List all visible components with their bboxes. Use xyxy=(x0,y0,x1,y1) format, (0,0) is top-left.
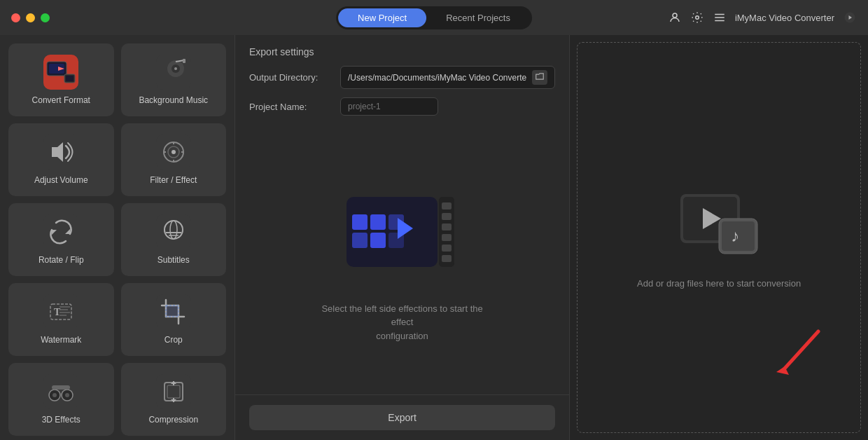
app-icon xyxy=(843,11,857,25)
select-effect-text: Select the left side effections to start… xyxy=(312,302,493,343)
browse-folder-button[interactable] xyxy=(532,70,547,85)
svg-line-95 xyxy=(783,331,818,370)
sidebar-item-filter-effect-label: Filter / Effect xyxy=(150,175,197,185)
svg-rect-83 xyxy=(442,202,451,209)
svg-text:♪: ♪ xyxy=(731,226,739,245)
output-directory-value-box: /Users/mac/Documents/iMyMac Video Conver… xyxy=(340,66,555,89)
arrow-indicator xyxy=(769,324,825,383)
export-settings: Export settings Output Directory: /Users… xyxy=(235,35,569,124)
export-settings-title: Export settings xyxy=(249,46,555,57)
3d-effects-icon xyxy=(43,374,78,409)
drop-zone-icon-group: ♪ xyxy=(673,187,764,264)
center-content: Select the left side effections to start… xyxy=(235,124,569,394)
svg-rect-37 xyxy=(43,294,78,329)
right-panel-wrapper: ♪ Add or drag files here to start conver… xyxy=(570,35,868,440)
subtitles-icon xyxy=(156,214,191,249)
svg-rect-86 xyxy=(442,234,451,241)
right-panel[interactable]: ♪ Add or drag files here to start conver… xyxy=(577,42,861,433)
svg-rect-55 xyxy=(52,385,70,390)
effect-preview-graphic xyxy=(332,176,472,288)
sidebar-item-3d-effects-label: 3D Effects xyxy=(42,415,80,425)
app-name-label: iMyMac Video Converter xyxy=(735,13,834,23)
svg-point-16 xyxy=(174,67,177,70)
crop-icon xyxy=(156,294,191,329)
sidebar-item-convert-format-label: Convert Format xyxy=(32,95,90,105)
sidebar-item-crop-label: Crop xyxy=(164,335,183,345)
sidebar-item-3d-effects[interactable]: 3D Effects xyxy=(8,363,114,436)
minimize-button[interactable] xyxy=(26,13,35,22)
sidebar-item-background-music-label: Background Music xyxy=(139,95,208,105)
svg-rect-74 xyxy=(346,197,438,267)
watermark-icon: T xyxy=(43,294,78,329)
select-effect-text-content: Select the left side effections to start… xyxy=(321,303,482,341)
tab-new-project[interactable]: New Project xyxy=(338,8,426,27)
tab-recent-projects[interactable]: Recent Projects xyxy=(426,8,530,27)
project-name-label: Project Name: xyxy=(249,102,340,112)
sidebar-item-adjust-volume[interactable]: Adjust Volume xyxy=(8,123,114,196)
svg-point-54 xyxy=(65,393,69,397)
close-button[interactable] xyxy=(11,13,20,22)
compression-icon xyxy=(156,374,191,409)
sidebar-item-subtitles-label: Subtitles xyxy=(158,255,190,265)
svg-rect-84 xyxy=(442,213,451,220)
sidebar-item-watermark-label: Watermark xyxy=(41,335,81,345)
sidebar-item-background-music[interactable]: Background Music xyxy=(121,43,227,116)
sidebar: Convert Format Background Music xyxy=(0,35,234,440)
output-directory-row: Output Directory: /Users/mac/Documents/i… xyxy=(249,66,555,89)
svg-rect-75 xyxy=(352,214,368,230)
filter-effect-icon xyxy=(156,135,191,170)
svg-rect-56 xyxy=(156,374,191,409)
background-music-icon xyxy=(156,55,191,90)
main-layout: Convert Format Background Music xyxy=(0,35,868,440)
account-icon[interactable] xyxy=(668,11,682,25)
project-name-input[interactable] xyxy=(340,97,438,116)
sidebar-item-subtitles[interactable]: Subtitles xyxy=(121,203,227,276)
svg-rect-88 xyxy=(442,255,451,262)
sidebar-item-convert-format[interactable]: Convert Format xyxy=(8,43,114,116)
svg-point-1 xyxy=(696,16,699,20)
sidebar-item-compression[interactable]: Compression xyxy=(121,363,227,436)
output-directory-value: /Users/mac/Documents/iMyMac Video Conver… xyxy=(348,73,526,83)
maximize-button[interactable] xyxy=(41,13,50,22)
svg-rect-12 xyxy=(66,76,74,81)
center-panel: Export settings Output Directory: /Users… xyxy=(234,35,570,440)
sidebar-item-crop[interactable]: Crop xyxy=(121,283,227,356)
menu-icon[interactable] xyxy=(713,11,727,25)
arrow-svg xyxy=(769,324,825,380)
sidebar-item-adjust-volume-label: Adjust Volume xyxy=(34,175,88,185)
svg-point-52 xyxy=(52,393,57,397)
sidebar-item-watermark[interactable]: T Watermark xyxy=(8,283,114,356)
svg-rect-76 xyxy=(370,214,386,230)
drop-zone-text: Add or drag files here to start conversi… xyxy=(637,278,801,289)
export-button[interactable]: Export xyxy=(249,405,555,430)
output-directory-label: Output Directory: xyxy=(249,72,340,83)
svg-rect-29 xyxy=(43,214,78,249)
convert-format-icon xyxy=(43,55,78,90)
effect-preview-svg xyxy=(332,176,472,288)
tab-group: New Project Recent Projects xyxy=(336,6,532,29)
export-btn-row: Export xyxy=(235,394,569,440)
sidebar-item-rotate-flip[interactable]: Rotate / Flip xyxy=(8,203,114,276)
svg-rect-78 xyxy=(352,233,368,248)
titlebar: New Project Recent Projects iMyMac Video… xyxy=(0,0,868,35)
svg-rect-85 xyxy=(442,224,451,231)
drop-zone-svg: ♪ xyxy=(673,187,764,264)
svg-point-28 xyxy=(172,150,176,154)
titlebar-right: iMyMac Video Converter xyxy=(668,11,857,25)
sidebar-item-compression-label: Compression xyxy=(148,415,198,425)
svg-rect-50 xyxy=(43,374,78,409)
rotate-flip-icon xyxy=(43,214,78,249)
svg-rect-79 xyxy=(370,233,386,248)
project-name-row: Project Name: xyxy=(249,97,555,116)
sidebar-item-filter-effect[interactable]: Filter / Effect xyxy=(121,123,227,196)
sidebar-item-rotate-flip-label: Rotate / Flip xyxy=(38,255,84,265)
svg-rect-87 xyxy=(442,245,451,252)
svg-rect-49 xyxy=(166,305,178,317)
traffic-lights xyxy=(11,13,50,22)
adjust-volume-icon xyxy=(43,135,78,170)
settings-icon[interactable] xyxy=(690,11,704,25)
svg-point-0 xyxy=(673,13,677,18)
svg-rect-18 xyxy=(183,59,186,63)
